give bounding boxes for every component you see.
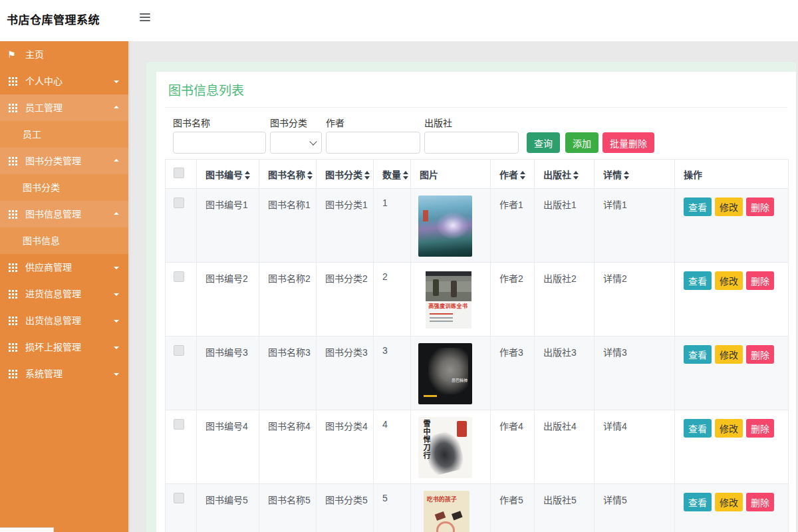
sidebar-subitem-label: 图书信息: [23, 235, 60, 246]
edit-button[interactable]: 修改: [715, 271, 743, 290]
search-input-0[interactable]: [173, 132, 266, 154]
category-select[interactable]: [270, 132, 322, 154]
sidebar-item-label: 员工管理: [25, 102, 63, 113]
column-header-7[interactable]: 出版社: [535, 160, 595, 189]
column-header-label: 操作: [684, 170, 702, 180]
sort-icon[interactable]: [520, 171, 526, 180]
sidebar-subitem[interactable]: 员工: [0, 121, 128, 148]
cell-author: 作者1: [491, 189, 535, 263]
query-button[interactable]: 查询: [527, 132, 560, 153]
row-checkbox[interactable]: [174, 493, 184, 503]
search-field-1: 图书分类: [270, 116, 322, 154]
delete-button[interactable]: 删除: [746, 419, 774, 438]
cell-qty: 3: [374, 336, 411, 410]
cell-name: 图书名称1: [259, 189, 317, 263]
grid-icon: [9, 290, 11, 292]
sidebar-item-4[interactable]: 图书信息管理: [0, 201, 128, 227]
select-all-checkbox[interactable]: [174, 168, 184, 178]
sidebar-item-8[interactable]: 损坏上报管理: [0, 334, 128, 360]
row-checkbox[interactable]: [174, 198, 184, 208]
edit-button[interactable]: 修改: [715, 493, 743, 511]
app-title: 书店仓库管理系统: [7, 11, 100, 27]
flag-icon: ⚑: [7, 41, 16, 68]
sidebar-item-label: 供应商管理: [25, 262, 72, 273]
row-checkbox[interactable]: [174, 271, 184, 282]
sort-icon[interactable]: [364, 171, 370, 180]
sidebar-item-1[interactable]: 个人中心: [0, 68, 128, 94]
view-button[interactable]: 查看: [684, 271, 712, 290]
column-header-6[interactable]: 作者: [491, 160, 535, 189]
sort-icon[interactable]: [245, 171, 251, 180]
search-field-2: 作者: [326, 116, 420, 154]
table-body: 图书编号1图书名称1图书分类11作者1出版社1详情1查看修改删除图书编号2图书名…: [166, 189, 789, 532]
book-cover-image: 吃书的孩子: [424, 491, 469, 532]
sort-icon[interactable]: [307, 171, 313, 180]
sidebar-item-7[interactable]: 出货信息管理: [0, 307, 128, 334]
sidebar-item-label: 主页: [25, 49, 44, 60]
sidebar-item-label: 图书信息管理: [25, 209, 81, 219]
sidebar-item-3[interactable]: 图书分类管理: [0, 148, 128, 174]
sidebar-item-5[interactable]: 供应商管理: [0, 254, 128, 281]
sidebar-item-label: 出货信息管理: [25, 315, 81, 326]
menu-toggle-icon[interactable]: [140, 13, 150, 21]
sidebar-subitem[interactable]: 图书分类: [0, 174, 128, 201]
delete-button[interactable]: 删除: [746, 493, 774, 511]
view-button[interactable]: 查看: [684, 198, 712, 216]
sidebar-item-6[interactable]: 进货信息管理: [0, 281, 128, 307]
column-header-3[interactable]: 图书分类: [317, 160, 374, 189]
view-button[interactable]: 查看: [684, 345, 712, 364]
search-field-0: 图书名称: [173, 116, 266, 154]
sidebar-item-2[interactable]: 员工管理: [0, 94, 128, 121]
edit-button[interactable]: 修改: [715, 198, 743, 216]
column-header-1[interactable]: 图书编号: [197, 160, 259, 189]
table-wrapper: 图书编号图书名称图书分类数量图片作者出版社详情操作 图书编号1图书名称1图书分类…: [165, 159, 787, 532]
sidebar-subitem-label: 员工: [23, 129, 41, 140]
sidebar-item-label: 进货信息管理: [25, 289, 81, 299]
cell-detail: 详情2: [595, 263, 675, 336]
search-input-2[interactable]: [326, 132, 420, 154]
cell-image: 雪中悍刀行: [411, 410, 491, 484]
book-cover-title: 吃书的孩子: [427, 495, 457, 503]
edit-button[interactable]: 修改: [715, 419, 743, 438]
book-cover-image: 高强度训练全书: [424, 269, 473, 331]
sidebar: ⚑主页个人中心员工管理员工图书分类管理图书分类图书信息管理图书信息供应商管理进货…: [0, 41, 128, 532]
search-input-3[interactable]: [424, 132, 519, 154]
books-table: 图书编号图书名称图书分类数量图片作者出版社详情操作 图书编号1图书名称1图书分类…: [165, 159, 789, 532]
column-header-4[interactable]: 数量: [374, 160, 411, 189]
chevron-up-icon: [114, 159, 119, 162]
delete-button[interactable]: 删除: [746, 271, 774, 290]
sort-icon[interactable]: [573, 171, 579, 180]
search-field-3: 出版社: [424, 116, 519, 154]
cell-image: 吃书的孩子: [411, 484, 491, 532]
cell-publisher: 出版社4: [535, 410, 595, 484]
grid-icon: [9, 104, 11, 106]
row-checkbox[interactable]: [174, 419, 184, 430]
sort-icon[interactable]: [624, 171, 630, 180]
table-row: 图书编号2图书名称2图书分类22高强度训练全书作者2出版社2详情2查看修改删除: [166, 263, 789, 336]
delete-button[interactable]: 删除: [746, 198, 774, 216]
add-button[interactable]: 添加: [565, 132, 598, 153]
column-header-8[interactable]: 详情: [595, 160, 675, 189]
sort-icon[interactable]: [403, 171, 409, 180]
edit-button[interactable]: 修改: [715, 345, 743, 364]
grid-icon: [9, 263, 11, 265]
cell-detail: 详情1: [595, 189, 675, 263]
search-field-label: 图书名称: [173, 116, 266, 129]
view-button[interactable]: 查看: [684, 419, 712, 438]
sidebar-item-9[interactable]: 系统管理: [0, 360, 128, 387]
sidebar-item-0[interactable]: ⚑主页: [0, 41, 128, 68]
column-header-2[interactable]: 图书名称: [259, 160, 317, 189]
category-select-wrap: [270, 132, 322, 154]
batch-delete-button[interactable]: 批量删除: [602, 132, 654, 153]
table-row: 图书编号4图书名称4图书分类44雪中悍刀行作者4出版社4详情4查看修改删除: [166, 410, 789, 484]
view-button[interactable]: 查看: [684, 493, 712, 511]
column-header-label: 数量: [382, 170, 401, 180]
search-field-label: 图书分类: [270, 116, 322, 129]
row-checkbox[interactable]: [174, 345, 184, 356]
sidebar-item-label: 系统管理: [25, 368, 63, 379]
cell-qty: 2: [374, 263, 411, 336]
delete-button[interactable]: 删除: [746, 345, 774, 364]
cell-code: 图书编号4: [197, 410, 259, 484]
sidebar-subitem[interactable]: 图书信息: [0, 227, 128, 254]
grid-icon: [9, 77, 11, 79]
